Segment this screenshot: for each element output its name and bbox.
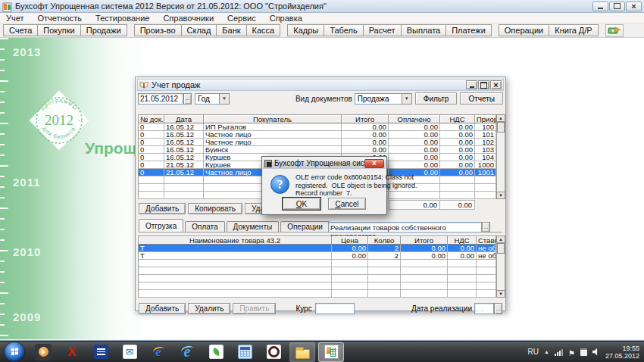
column-header[interactable]: НДС bbox=[448, 236, 477, 245]
start-button-slot[interactable] bbox=[2, 342, 27, 362]
scroll-down-icon[interactable] bbox=[496, 192, 505, 199]
toolbar-button-Склад[interactable]: Склад bbox=[181, 24, 217, 36]
menu-item-Тестирование[interactable]: Тестирование bbox=[94, 14, 151, 23]
scroll-down-icon[interactable] bbox=[496, 290, 505, 298]
column-header[interactable]: Цена bbox=[332, 236, 368, 245]
close-button[interactable] bbox=[626, 2, 642, 11]
doc-type-combobox[interactable]: Продажа bbox=[355, 93, 412, 105]
item-удалить-button[interactable]: Удалить bbox=[188, 303, 230, 314]
clock[interactable]: 19:55 27.05.2012 bbox=[605, 345, 639, 360]
добавить-button[interactable]: Добавить bbox=[139, 203, 186, 214]
money-transfer-icon-button[interactable] bbox=[605, 24, 624, 37]
gpo-notification-icon[interactable] bbox=[580, 348, 587, 356]
internet-explorer-icon-slot[interactable] bbox=[145, 342, 171, 362]
items-table-scrollbar[interactable] bbox=[496, 236, 505, 298]
kurs-input[interactable] bbox=[315, 303, 355, 314]
green-leaf-app-icon[interactable] bbox=[209, 345, 224, 359]
documents-table-scrollbar[interactable] bbox=[496, 114, 505, 199]
table-row[interactable] bbox=[139, 290, 496, 298]
toolbar-button-Покупки[interactable]: Покупки bbox=[37, 24, 80, 36]
filter-button[interactable]: Фильтр bbox=[415, 92, 458, 105]
column-header[interactable]: Оплачено bbox=[389, 115, 440, 123]
media-player-icon[interactable] bbox=[35, 344, 52, 360]
chevron-down-icon[interactable] bbox=[402, 93, 412, 105]
sales-maximize-button[interactable] bbox=[478, 80, 489, 89]
sales-window-titlebar[interactable]: Учет продаж bbox=[137, 79, 504, 91]
item-добавить-button[interactable]: Добавить bbox=[139, 303, 186, 314]
green-leaf-app-icon-slot[interactable] bbox=[203, 342, 229, 362]
browser-e-icon-slot[interactable] bbox=[174, 342, 200, 362]
red-x-app-icon-slot[interactable] bbox=[59, 342, 85, 362]
column-header[interactable]: Наименование товара 43.2 bbox=[139, 236, 332, 245]
period-combobox[interactable]: Год bbox=[195, 93, 230, 105]
tab-Документы[interactable]: Документы bbox=[227, 221, 280, 232]
table-row[interactable]: 016.05.12Частное лицо0.000.000.00101 bbox=[139, 131, 496, 139]
dialog-titlebar[interactable]: Бухсофт Упрощенная система 2... bbox=[263, 158, 386, 169]
toolbar-button-Касса[interactable]: Касса bbox=[246, 24, 281, 36]
mail-app-icon-slot[interactable] bbox=[117, 342, 142, 362]
toolbar-button-Счета[interactable]: Счета bbox=[3, 24, 38, 36]
table-row[interactable]: Т0.0020.000.00не обл bbox=[139, 245, 496, 252]
sale-date-browse-button[interactable]: ... bbox=[494, 303, 502, 314]
red-x-app-icon[interactable] bbox=[64, 344, 80, 360]
toolbar-button-Произ-во[interactable]: Произ-во bbox=[134, 24, 182, 36]
toolbar-button-Операции[interactable]: Операции bbox=[499, 24, 549, 36]
cancel-button[interactable]: Cancel bbox=[328, 198, 366, 210]
tab-Оплата[interactable]: Оплата bbox=[185, 221, 224, 232]
chevron-down-icon[interactable] bbox=[219, 93, 230, 105]
calculator-app-icon-slot[interactable] bbox=[232, 342, 258, 362]
calculator-app-icon[interactable] bbox=[238, 345, 252, 359]
menu-item-Отчетность[interactable]: Отчетность bbox=[36, 14, 84, 23]
toolbar-button-Табель[interactable]: Табель bbox=[324, 24, 363, 36]
ok-button[interactable]: OK bbox=[283, 198, 320, 210]
network-signal-icon[interactable] bbox=[555, 348, 563, 356]
toolbar-button-Продажи[interactable]: Продажи bbox=[80, 24, 127, 36]
language-indicator[interactable]: RU bbox=[528, 348, 539, 356]
menu-item-Учет[interactable]: Учет bbox=[5, 14, 26, 23]
hidden-icons-chevron-icon[interactable] bbox=[544, 349, 549, 354]
dialog-close-button[interactable] bbox=[364, 159, 384, 168]
action-center-flag-icon[interactable] bbox=[568, 345, 575, 359]
media-player-icon-slot[interactable] bbox=[30, 342, 56, 362]
bukhsoft-app-icon-slot[interactable] bbox=[318, 342, 344, 362]
description-browse-button[interactable]: ... bbox=[482, 222, 490, 232]
file-explorer-icon-slot[interactable] bbox=[289, 342, 315, 362]
toolbar-button-Книга Д/Р[interactable]: Книга Д/Р bbox=[549, 24, 598, 36]
tab-Отгрузка[interactable]: Отгрузка bbox=[139, 219, 183, 232]
internet-explorer-icon[interactable] bbox=[150, 344, 167, 360]
table-row[interactable] bbox=[139, 267, 496, 275]
toolbar-button-Кадры[interactable]: Кадры bbox=[287, 24, 324, 36]
scroll-up-icon[interactable] bbox=[496, 236, 505, 243]
sale-date-input[interactable]: . . bbox=[474, 303, 494, 314]
maximize-button[interactable] bbox=[609, 2, 625, 11]
scroll-thumb[interactable] bbox=[497, 243, 505, 254]
blue-ledger-app-icon-slot[interactable] bbox=[88, 342, 114, 362]
table-row[interactable]: 016.05.12Буинск0.000.000.00103 bbox=[139, 146, 496, 154]
column-header[interactable]: Ставка bbox=[477, 236, 496, 245]
tab-Операции[interactable]: Операции bbox=[280, 221, 330, 232]
dark-circle-app-icon-slot[interactable] bbox=[261, 342, 286, 362]
column-header[interactable]: № док. bbox=[139, 115, 164, 123]
mail-app-icon[interactable] bbox=[123, 345, 137, 359]
table-row[interactable]: 016.05.12ИП Рыгалов0.000.000.00100 bbox=[139, 123, 496, 131]
menu-item-Сервис[interactable]: Сервис bbox=[226, 14, 258, 23]
menu-item-Справка[interactable]: Справка bbox=[268, 14, 304, 23]
date-browse-button[interactable]: ... bbox=[183, 93, 192, 105]
table-row[interactable] bbox=[139, 275, 496, 282]
column-header[interactable]: НДС bbox=[440, 115, 475, 123]
scroll-up-icon[interactable] bbox=[496, 114, 505, 122]
column-header[interactable]: Итого bbox=[342, 115, 389, 123]
table-row[interactable] bbox=[139, 282, 496, 290]
table-row[interactable]: Т0.0020.000.00не обл bbox=[139, 252, 496, 260]
operation-description-field[interactable]: Реализации товаров собственного производ… bbox=[328, 222, 482, 232]
sales-minimize-button[interactable] bbox=[466, 80, 477, 89]
column-header[interactable]: Дата bbox=[164, 115, 204, 123]
копировать-button[interactable]: Копировать bbox=[188, 203, 242, 214]
toolbar-button-Платежи[interactable]: Платежи bbox=[445, 24, 492, 36]
start-button[interactable] bbox=[5, 342, 24, 362]
main-titlebar[interactable]: Бухсофт Упрощенная система 2012 Версия о… bbox=[0, 0, 644, 13]
scroll-thumb[interactable] bbox=[497, 122, 505, 133]
blue-ledger-app-icon[interactable] bbox=[94, 345, 108, 359]
file-explorer-icon[interactable] bbox=[294, 344, 311, 360]
column-header[interactable]: Покупатель bbox=[204, 115, 342, 123]
